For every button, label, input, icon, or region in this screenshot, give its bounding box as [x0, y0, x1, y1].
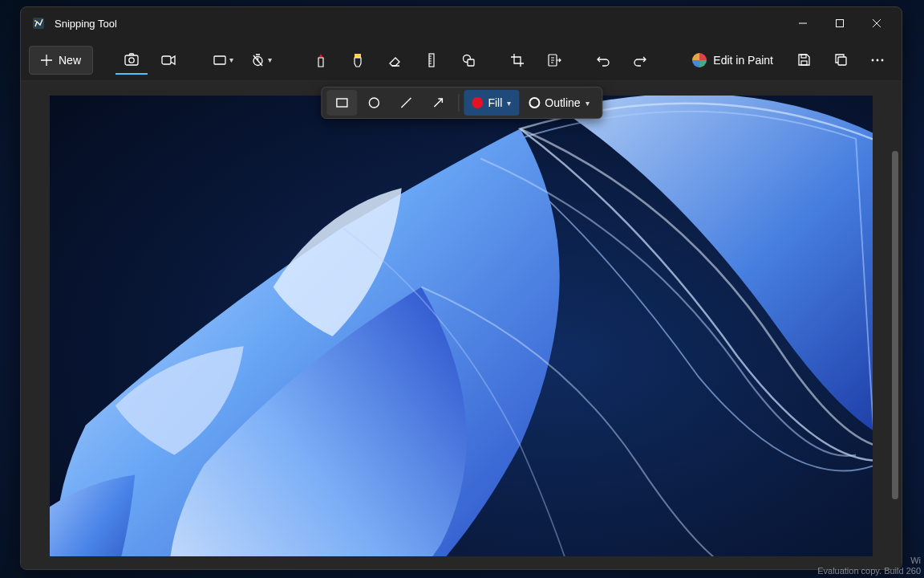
video-icon	[161, 53, 176, 67]
pen-red-icon	[314, 53, 327, 67]
svg-rect-20	[337, 99, 347, 107]
eraser-icon	[387, 53, 402, 67]
window-title: Snipping Tool	[55, 18, 117, 30]
svg-point-4	[129, 57, 134, 62]
circle-shape-button[interactable]	[359, 90, 389, 116]
copy-icon	[834, 53, 848, 67]
rectangle-shape-button[interactable]	[326, 90, 357, 116]
camera-icon	[124, 52, 139, 67]
arrow-icon	[432, 96, 444, 109]
svg-rect-14	[801, 55, 806, 58]
svg-point-17	[877, 59, 879, 61]
timer-off-icon	[251, 53, 265, 67]
line-icon	[399, 96, 412, 109]
arrow-shape-button[interactable]	[423, 90, 453, 116]
svg-point-16	[872, 59, 874, 61]
undo-button[interactable]	[587, 46, 619, 75]
delay-dropdown[interactable]: ▾	[245, 46, 278, 75]
canvas-area	[21, 81, 902, 569]
rectangle-icon	[335, 96, 348, 109]
text-extract-icon	[547, 53, 561, 67]
chevron-down-icon: ▾	[229, 55, 233, 64]
vertical-scrollbar[interactable]	[892, 96, 898, 555]
svg-rect-6	[214, 56, 225, 64]
rectangle-icon	[213, 54, 226, 67]
line-shape-button[interactable]	[391, 90, 421, 116]
ruler-icon	[425, 53, 438, 67]
chevron-down-icon: ▾	[586, 99, 590, 108]
snip-shape-dropdown[interactable]: ▾	[207, 46, 240, 75]
redo-icon	[633, 53, 647, 67]
svg-rect-8	[355, 54, 361, 58]
scrollbar-thumb[interactable]	[892, 151, 898, 500]
plus-icon	[41, 55, 52, 66]
edit-in-paint-button[interactable]: Edit in Paint	[683, 46, 783, 75]
screenshot-image	[50, 96, 873, 556]
outline-swatch-icon	[529, 97, 540, 108]
fill-dropdown[interactable]: Fill ▾	[464, 90, 519, 116]
outline-label: Outline	[545, 96, 580, 109]
activation-watermark: Wi Evaluation copy. Build 260	[814, 554, 924, 578]
fill-label: Fill	[488, 96, 502, 109]
shape-toolbar: Fill ▾ Outline ▾	[321, 87, 602, 119]
eraser-button[interactable]	[379, 46, 411, 75]
minimize-button[interactable]	[784, 10, 821, 36]
chevron-down-icon: ▾	[507, 99, 511, 108]
fill-color-swatch	[472, 97, 483, 108]
ruler-button[interactable]	[415, 46, 448, 75]
app-icon	[32, 17, 45, 30]
ballpoint-pen-button[interactable]	[305, 46, 337, 75]
svg-rect-9	[429, 54, 434, 67]
snip-mode-button[interactable]	[116, 46, 148, 75]
crop-button[interactable]	[501, 46, 533, 75]
maximize-button[interactable]	[821, 10, 858, 36]
svg-rect-5	[162, 56, 171, 64]
svg-rect-11	[468, 59, 474, 66]
crop-icon	[510, 53, 525, 67]
window-controls	[784, 10, 895, 36]
shapes-button[interactable]	[452, 46, 484, 75]
svg-point-18	[881, 59, 884, 61]
record-mode-button[interactable]	[152, 46, 184, 75]
screenshot-canvas[interactable]	[50, 96, 873, 556]
paint-icon	[692, 53, 707, 67]
titlebar: Snipping Tool	[21, 7, 902, 39]
svg-rect-13	[801, 61, 807, 65]
copy-button[interactable]	[825, 46, 857, 75]
more-icon	[870, 53, 885, 67]
redo-button[interactable]	[624, 46, 656, 75]
save-button[interactable]	[788, 46, 820, 75]
svg-rect-2	[837, 20, 844, 27]
new-button-label: New	[59, 54, 81, 67]
new-button[interactable]: New	[29, 46, 93, 75]
chevron-down-icon: ▾	[268, 55, 272, 64]
edit-in-paint-label: Edit in Paint	[713, 54, 773, 67]
close-button[interactable]	[858, 10, 895, 36]
main-toolbar: New ▾ ▾	[21, 39, 902, 81]
highlighter-button[interactable]	[342, 46, 374, 75]
highlighter-icon	[351, 53, 364, 67]
svg-point-21	[369, 98, 379, 108]
save-icon	[797, 53, 811, 67]
svg-point-1	[34, 20, 36, 22]
more-button[interactable]	[861, 46, 894, 75]
circle-icon	[367, 96, 380, 109]
outline-dropdown[interactable]: Outline ▾	[521, 90, 597, 116]
svg-rect-15	[838, 57, 846, 65]
shapes-icon	[461, 53, 476, 67]
text-actions-button[interactable]	[538, 46, 570, 75]
svg-rect-3	[125, 55, 138, 65]
undo-icon	[596, 53, 610, 67]
